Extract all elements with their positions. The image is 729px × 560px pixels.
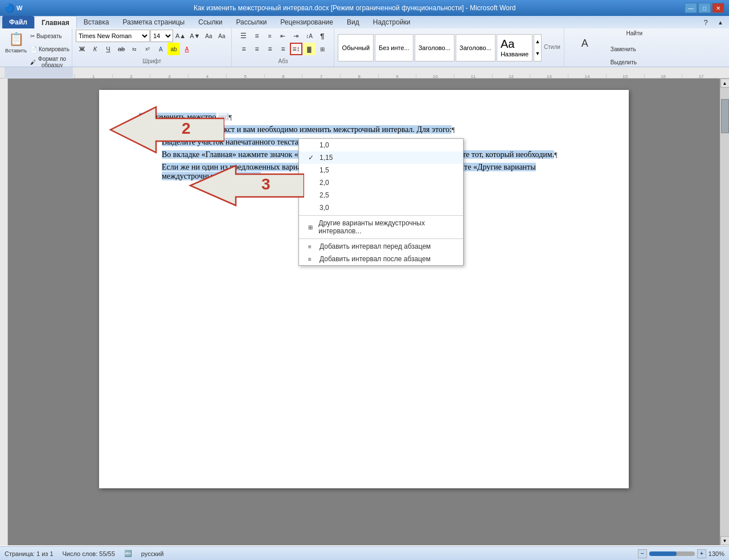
- svg-text:2: 2: [182, 120, 191, 137]
- align-left-button[interactable]: ≡: [237, 43, 250, 55]
- copy-button[interactable]: 📄Копировать: [28, 43, 68, 55]
- status-bar: Страница: 1 из 1 Число слов: 55/55 🔤 рус…: [0, 546, 729, 560]
- edit-section: Найти Заменить Выделить Редактирование: [605, 28, 664, 67]
- vertical-scrollbar[interactable]: ▲ ▼: [720, 79, 729, 545]
- spacing-1-0[interactable]: 1,0: [299, 139, 463, 151]
- replace-button[interactable]: Заменить: [609, 43, 660, 55]
- tab-view[interactable]: Вид: [340, 16, 366, 28]
- bullets-button[interactable]: ☰: [237, 30, 250, 42]
- word-count: Число слов: 55/55: [63, 550, 115, 557]
- tab-mailings[interactable]: Рассылки: [229, 16, 273, 28]
- tab-review[interactable]: Рецензирование: [273, 16, 340, 28]
- tab-insert[interactable]: Вставка: [77, 16, 116, 28]
- document-area[interactable]: Как изменить межстро ord¶ Допустим, напе…: [8, 79, 720, 545]
- spacing-2-0[interactable]: 2,0: [299, 176, 463, 189]
- zoom-out-button[interactable]: −: [638, 549, 647, 558]
- arrow-3-svg: 3: [179, 163, 304, 208]
- font-color-button[interactable]: A: [181, 43, 193, 55]
- italic-button[interactable]: К: [89, 43, 101, 55]
- minimize-button[interactable]: —: [685, 3, 697, 13]
- style-heading1[interactable]: Заголово...: [415, 34, 454, 61]
- zoom-level[interactable]: 130%: [708, 550, 724, 557]
- add-after-icon: ≡: [308, 256, 317, 262]
- show-formatting-button[interactable]: ¶: [316, 30, 329, 42]
- clipboard-section: 📋 Вставить ✂Вырезать 📄Копировать 🖌Формат…: [2, 28, 72, 67]
- ribbon-tabs: Файл Главная Вставка Разметка страницы С…: [0, 16, 729, 28]
- numbering-button[interactable]: ≡: [251, 30, 263, 42]
- style-heading2[interactable]: Заголово...: [456, 34, 495, 61]
- shading-button[interactable]: ▓: [303, 43, 316, 55]
- svg-marker-2: [190, 166, 304, 205]
- line-spacing-button[interactable]: ≡↕: [290, 43, 302, 55]
- ribbon-minimize-button[interactable]: ▲: [714, 16, 727, 28]
- text-effect-button[interactable]: A: [154, 43, 167, 55]
- cut-button[interactable]: ✂Вырезать: [28, 30, 68, 42]
- ruler: 1 2 3 4 5 6 7 8 9 10 11 12 13 14 15 16 1…: [0, 67, 729, 79]
- close-button[interactable]: ✕: [712, 3, 724, 13]
- shrink-font-button[interactable]: A▼: [188, 30, 202, 42]
- dropdown-separator-1: [299, 215, 463, 216]
- scroll-track[interactable]: [720, 88, 729, 536]
- styles-scroll[interactable]: ▲▼: [534, 34, 542, 61]
- paragraph-section: ☰ ≡ ≡ ⇤ ⇥ ↕A ¶ ≡ ≡ ≡ ≡ ≡↕ ▓ ⊞ Абз: [232, 28, 334, 67]
- clear-format-button[interactable]: Aa: [202, 30, 215, 42]
- tab-addins[interactable]: Надстройки: [366, 16, 417, 28]
- zoom-in-button[interactable]: +: [697, 549, 706, 558]
- spacing-1-15[interactable]: ✓ 1,15: [299, 151, 463, 164]
- highlight-button[interactable]: ab: [167, 43, 180, 55]
- maximize-button[interactable]: □: [698, 3, 711, 13]
- spacing-3-0[interactable]: 3,0: [299, 201, 463, 214]
- style-no-interval[interactable]: Без инте...: [375, 34, 413, 61]
- svg-marker-0: [110, 107, 224, 153]
- change-case-button[interactable]: Aa: [215, 30, 228, 42]
- arrow-2-svg: 2: [99, 96, 224, 164]
- other-options-icon: ⊞: [308, 224, 316, 230]
- check-1-15: ✓: [308, 154, 317, 162]
- paste-button[interactable]: 📋 Вставить: [6, 30, 26, 56]
- zoom-bar-fill: [649, 551, 677, 556]
- strikethrough-button[interactable]: аb: [115, 43, 128, 55]
- tab-references[interactable]: Ссылки: [191, 16, 229, 28]
- styles-label: Стили: [542, 44, 560, 51]
- scroll-up-button[interactable]: ▲: [720, 79, 730, 88]
- decrease-indent-button[interactable]: ⇤: [277, 30, 289, 42]
- tab-page-layout[interactable]: Разметка страницы: [116, 16, 191, 28]
- style-title[interactable]: АaНазвание: [497, 34, 533, 61]
- multilevel-list-button[interactable]: ≡: [264, 30, 276, 42]
- font-size-selector[interactable]: 14: [150, 30, 173, 42]
- style-normal[interactable]: Обычный: [338, 34, 374, 61]
- borders-button[interactable]: ⊞: [316, 43, 329, 55]
- subscript-button[interactable]: х₂: [128, 43, 141, 55]
- add-after-item[interactable]: ≡ Добавить интервал после абзацем: [299, 253, 463, 265]
- change-styles-button[interactable]: A: [568, 30, 602, 58]
- underline-button[interactable]: Ч: [102, 43, 114, 55]
- increase-indent-button[interactable]: ⇥: [290, 30, 302, 42]
- find-button[interactable]: Найти: [609, 30, 660, 42]
- grow-font-button[interactable]: A▲: [174, 30, 187, 42]
- file-tab[interactable]: Файл: [2, 16, 34, 28]
- zoom-bar[interactable]: [649, 551, 695, 556]
- line-spacing-dropdown[interactable]: 1,0 ✓ 1,15 1,5 2,0 2,5: [298, 138, 464, 266]
- dropdown-separator-2: [299, 238, 463, 239]
- scroll-down-button[interactable]: ▼: [720, 536, 730, 545]
- other-options-item[interactable]: ⊞ Другие варианты междустрочных интервал…: [299, 217, 463, 237]
- bold-button[interactable]: Ж: [76, 43, 88, 55]
- svg-text:3: 3: [261, 175, 271, 193]
- add-before-item[interactable]: ≡ Добавить интервал перед абзацем: [299, 240, 463, 253]
- language-info[interactable]: русский: [141, 550, 163, 557]
- tab-home[interactable]: Главная: [34, 16, 77, 28]
- add-before-icon: ≡: [308, 244, 317, 250]
- ribbon-main: 📋 Вставить ✂Вырезать 📄Копировать 🖌Формат…: [0, 28, 729, 67]
- align-center-button[interactable]: ≡: [251, 43, 263, 55]
- spacing-1-5[interactable]: 1,5: [299, 164, 463, 176]
- zoom-controls[interactable]: − + 130%: [638, 549, 724, 558]
- spacing-2-5[interactable]: 2,5: [299, 189, 463, 201]
- scroll-thumb[interactable]: [721, 99, 729, 133]
- help-button[interactable]: ?: [699, 16, 712, 28]
- justify-button[interactable]: ≡: [277, 43, 289, 55]
- select-button[interactable]: Выделить: [609, 56, 660, 68]
- align-right-button[interactable]: ≡: [264, 43, 276, 55]
- sort-button[interactable]: ↕A: [303, 30, 316, 42]
- font-selector[interactable]: Times New Roman: [76, 30, 150, 42]
- superscript-button[interactable]: х²: [141, 43, 154, 55]
